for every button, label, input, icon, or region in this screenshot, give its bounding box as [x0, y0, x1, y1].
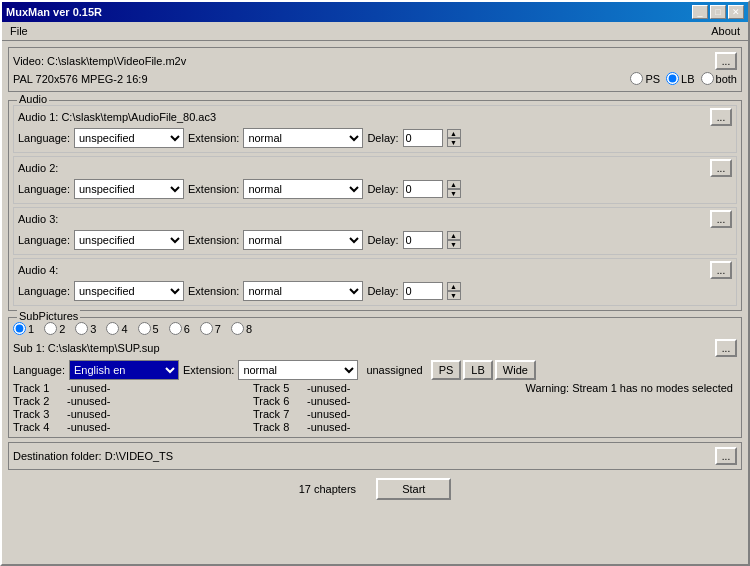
lb-radio-label[interactable]: LB: [666, 72, 694, 85]
subpic-num-3: 3: [90, 323, 96, 335]
subpic-radio-1[interactable]: [13, 322, 26, 335]
subpic-radio-3-label[interactable]: 3: [75, 322, 96, 335]
subpic-radio-7-label[interactable]: 7: [200, 322, 221, 335]
lb-radio[interactable]: [666, 72, 679, 85]
subpic-radio-5[interactable]: [138, 322, 151, 335]
maximize-button[interactable]: □: [710, 5, 726, 19]
destination-path: Destination folder: D:\VIDEO_TS: [13, 450, 711, 462]
audio-3-spinner: ▲ ▼: [447, 231, 461, 249]
tracks-area: Track 1 -unused- Track 2 -unused- Track …: [13, 382, 737, 433]
subpic-radio-8-label[interactable]: 8: [231, 322, 252, 335]
subpic-radio-5-label[interactable]: 5: [138, 322, 159, 335]
audio-1-browse-button[interactable]: ...: [710, 108, 732, 126]
window-title: MuxMan ver 0.15R: [6, 6, 102, 18]
audio-2-controls-row: Language: unspecified Extension: normal …: [18, 179, 732, 199]
audio-4-id: Audio 4:: [18, 264, 58, 276]
track-3-item: Track 3 -unused-: [13, 408, 253, 420]
track-8-item: Track 8 -unused-: [253, 421, 493, 433]
ps-radio[interactable]: [630, 72, 643, 85]
chapters-text: 17 chapters: [299, 483, 356, 495]
audio-2-ext-select[interactable]: normal: [243, 179, 363, 199]
sub1-wide-button[interactable]: Wide: [495, 360, 536, 380]
video-mode-group: PS LB both: [630, 72, 737, 85]
audio-3-spin-up[interactable]: ▲: [447, 231, 461, 240]
both-label: both: [716, 73, 737, 85]
audio-3-lang-label: Language:: [18, 234, 70, 246]
subpic-radio-4-label[interactable]: 4: [106, 322, 127, 335]
sub1-mode-buttons: PS LB Wide: [431, 360, 536, 380]
subpic-radio-6[interactable]: [169, 322, 182, 335]
audio-3-browse-button[interactable]: ...: [710, 210, 732, 228]
subpic-radio-4[interactable]: [106, 322, 119, 335]
track-6-item: Track 6 -unused-: [253, 395, 493, 407]
minimize-button[interactable]: _: [692, 5, 708, 19]
audio-2-lang-select[interactable]: unspecified: [74, 179, 184, 199]
subpic-radio-2-label[interactable]: 2: [44, 322, 65, 335]
destination-browse-button[interactable]: ...: [715, 447, 737, 465]
audio-3-ext-label: Extension:: [188, 234, 239, 246]
sub1-ext-select[interactable]: normal: [238, 360, 358, 380]
audio-2-spin-down[interactable]: ▼: [447, 189, 461, 198]
subpic-num-1: 1: [28, 323, 34, 335]
sub1-lang-select[interactable]: English en: [69, 360, 179, 380]
lb-label: LB: [681, 73, 694, 85]
track-8-name: Track 8: [253, 421, 303, 433]
subpictures-section: SubPictures 1 2 3 4: [8, 317, 742, 438]
subpic-radio-1-label[interactable]: 1: [13, 322, 34, 335]
sub1-path-row: Sub 1: C:\slask\temp\SUP.sup ...: [13, 339, 737, 357]
audio-2-spinner: ▲ ▼: [447, 180, 461, 198]
audio-4-ext-label: Extension:: [188, 285, 239, 297]
ps-radio-label[interactable]: PS: [630, 72, 660, 85]
both-radio[interactable]: [701, 72, 714, 85]
video-browse-button[interactable]: ...: [715, 52, 737, 70]
audio-1-spin-up[interactable]: ▲: [447, 129, 461, 138]
audio-4-ext-select[interactable]: normal: [243, 281, 363, 301]
audio-4-spinner: ▲ ▼: [447, 282, 461, 300]
close-button[interactable]: ✕: [728, 5, 744, 19]
audio-4-lang-label: Language:: [18, 285, 70, 297]
audio-4-lang-select[interactable]: unspecified: [74, 281, 184, 301]
audio-2-delay-input[interactable]: [403, 180, 443, 198]
subpic-radio-7[interactable]: [200, 322, 213, 335]
both-radio-label[interactable]: both: [701, 72, 737, 85]
sub1-lb-button[interactable]: LB: [463, 360, 492, 380]
audio-2-id: Audio 2:: [18, 162, 58, 174]
audio-4-spin-down[interactable]: ▼: [447, 291, 461, 300]
about-menu[interactable]: About: [707, 24, 744, 38]
audio-1-ext-label: Extension:: [188, 132, 239, 144]
audio-4-controls-row: Language: unspecified Extension: normal …: [18, 281, 732, 301]
sub1-ps-button[interactable]: PS: [431, 360, 462, 380]
audio-2-browse-button[interactable]: ...: [710, 159, 732, 177]
audio-3-ext-select[interactable]: normal: [243, 230, 363, 250]
audio-1-ext-select[interactable]: normal: [243, 128, 363, 148]
audio-4-browse-button[interactable]: ...: [710, 261, 732, 279]
video-section: Video: C:\slask\temp\VideoFile.m2v ... P…: [8, 47, 742, 92]
audio-3-delay-input[interactable]: [403, 231, 443, 249]
audio-1-spin-down[interactable]: ▼: [447, 138, 461, 147]
audio-2-entry: Audio 2: ... Language: unspecified Exten…: [13, 156, 737, 204]
audio-4-delay-input[interactable]: [403, 282, 443, 300]
subpic-radio-2[interactable]: [44, 322, 57, 335]
audio-3-spin-down[interactable]: ▼: [447, 240, 461, 249]
audio-2-spin-up[interactable]: ▲: [447, 180, 461, 189]
tracks-col-right: Track 5 -unused- Track 6 -unused- Track …: [253, 382, 493, 433]
audio-4-path-row: Audio 4: ...: [18, 261, 732, 279]
track-2-name: Track 2: [13, 395, 63, 407]
audio-1-lang-select[interactable]: unspecified: [74, 128, 184, 148]
subpic-radio-6-label[interactable]: 6: [169, 322, 190, 335]
subpic-radio-8[interactable]: [231, 322, 244, 335]
subpic-radio-3[interactable]: [75, 322, 88, 335]
sub1-browse-button[interactable]: ...: [715, 339, 737, 357]
audio-1-spinner: ▲ ▼: [447, 129, 461, 147]
audio-3-controls-row: Language: unspecified Extension: normal …: [18, 230, 732, 250]
audio-1-delay-input[interactable]: [403, 129, 443, 147]
audio-4-spin-up[interactable]: ▲: [447, 282, 461, 291]
audio-3-lang-select[interactable]: unspecified: [74, 230, 184, 250]
audio-2-lang-label: Language:: [18, 183, 70, 195]
start-button[interactable]: Start: [376, 478, 451, 500]
subpic-num-6: 6: [184, 323, 190, 335]
sub1-ext-label: Extension:: [183, 364, 234, 376]
audio-4-entry: Audio 4: ... Language: unspecified Exten…: [13, 258, 737, 306]
file-menu[interactable]: File: [6, 24, 32, 38]
audio-3-path-row: Audio 3: ...: [18, 210, 732, 228]
